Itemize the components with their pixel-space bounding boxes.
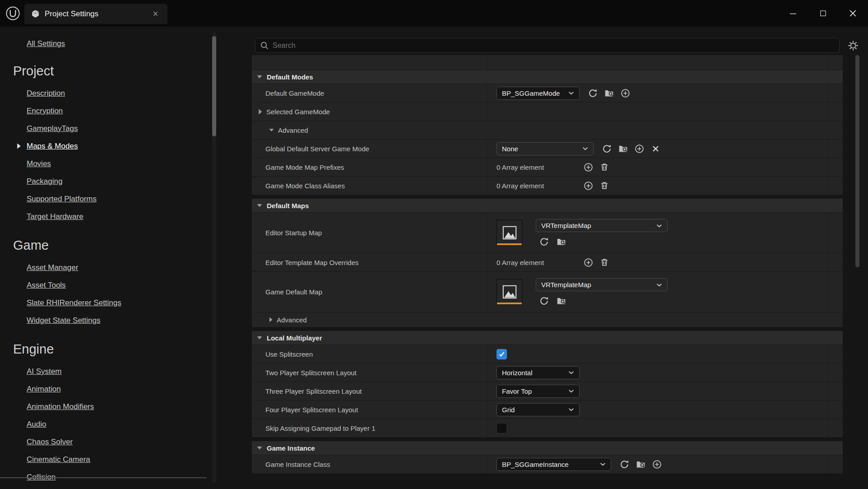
- value-cell: [487, 102, 828, 121]
- close-icon: [849, 9, 857, 17]
- window-controls: [780, 0, 865, 27]
- settings-rows: Default Modes Default GameMode BP_SGGame…: [252, 55, 843, 474]
- reset-cell: [828, 102, 843, 121]
- category-header-default-maps[interactable]: Default Maps: [252, 199, 843, 213]
- close-button[interactable]: [840, 0, 865, 27]
- trash-icon[interactable]: [599, 257, 609, 267]
- browse-to-asset-icon[interactable]: [556, 237, 566, 247]
- editor-startup-map-combobox[interactable]: VRTemplateMap: [536, 219, 668, 232]
- chevron-down-icon: [582, 147, 588, 150]
- main-scrollbar-thumb[interactable]: [855, 55, 859, 267]
- asset-picker: VRTemplateMap: [536, 278, 669, 306]
- category-header-local-multiplayer[interactable]: Local Multiplayer: [252, 331, 843, 345]
- settings-gear-icon[interactable]: [847, 39, 859, 51]
- reset-cell: [828, 140, 843, 158]
- asset-icon-row: [536, 296, 669, 306]
- label-cell: Selected GameMode: [252, 102, 487, 121]
- sidebar-item-movies[interactable]: Movies: [27, 155, 51, 172]
- map-asset-color-bar: [497, 243, 522, 245]
- category-header-default-modes[interactable]: Default Modes: [252, 70, 843, 84]
- sidebar-item-description[interactable]: Description: [27, 84, 65, 102]
- search-bar[interactable]: [255, 38, 840, 53]
- search-input[interactable]: [273, 42, 835, 50]
- sidebar-item-audio[interactable]: Audio: [27, 415, 46, 433]
- sidebar-scrollbar-thumb[interactable]: [212, 36, 216, 136]
- property-label: Four Player Splitscreen Layout: [265, 406, 358, 414]
- combobox-value: VRTemplateMap: [541, 281, 653, 289]
- use-selected-asset-icon[interactable]: [619, 459, 629, 469]
- expander-right-icon[interactable]: [258, 109, 262, 115]
- use-selected-asset-icon[interactable]: [539, 237, 549, 247]
- category-header-game-instance[interactable]: Game Instance: [252, 441, 843, 455]
- combobox-value: None: [502, 145, 579, 153]
- sidebar-item-ai-system[interactable]: AI System: [27, 363, 61, 380]
- sidebar-item-supported-platforms[interactable]: Supported Platforms: [27, 190, 97, 208]
- add-element-icon[interactable]: [620, 88, 630, 98]
- use-selected-asset-icon[interactable]: [602, 144, 612, 154]
- sidebar-item-target-hardware[interactable]: Target Hardware: [27, 208, 84, 225]
- default-gamemode-combobox[interactable]: BP_SGGameMode: [497, 87, 580, 100]
- value-cell: 0 Array element: [487, 158, 828, 176]
- map-asset-color-bar: [497, 303, 522, 304]
- sidebar-item-gameplaytags[interactable]: GameplayTags: [27, 120, 78, 137]
- game-default-map-thumbnail[interactable]: [497, 279, 522, 305]
- sidebar-item-animation[interactable]: Animation: [27, 380, 61, 398]
- skip-assigning-gamepad-checkbox[interactable]: [497, 423, 507, 433]
- value-cell: 0 Array element: [487, 177, 828, 195]
- add-element-icon[interactable]: [583, 257, 593, 267]
- sidebar-item-slate-rhirenderer-settings[interactable]: Slate RHIRenderer Settings: [27, 294, 121, 312]
- four-player-splitscreen-layout-combobox[interactable]: Grid: [497, 403, 580, 416]
- browse-to-asset-icon[interactable]: [556, 296, 566, 306]
- use-selected-asset-icon[interactable]: [539, 296, 549, 306]
- value-cell: [487, 345, 828, 363]
- editor-startup-map-thumbnail[interactable]: [497, 220, 522, 246]
- search-icon: [260, 41, 269, 50]
- add-element-icon[interactable]: [583, 181, 593, 191]
- search-row: [255, 38, 864, 53]
- tab-close-button[interactable]: [150, 9, 161, 19]
- sidebar-item-all-settings[interactable]: All Settings: [27, 39, 65, 50]
- sidebar-item-asset-tools[interactable]: Asset Tools: [27, 276, 66, 294]
- sidebar-item-maps-and-modes[interactable]: Maps & Modes: [27, 137, 78, 155]
- row-game-default-map: Game Default Map VRTemplateMap: [252, 272, 843, 312]
- use-selected-asset-icon[interactable]: [588, 88, 598, 98]
- add-element-icon[interactable]: [583, 162, 593, 172]
- chevron-down-icon: [568, 389, 574, 393]
- project-settings-tab[interactable]: Project Settings: [24, 4, 167, 24]
- chevron-down-icon: [568, 91, 574, 95]
- browse-to-asset-icon[interactable]: [636, 459, 645, 469]
- array-count-text: 0 Array element: [497, 182, 577, 190]
- close-icon: [153, 11, 158, 17]
- trash-icon[interactable]: [599, 181, 609, 191]
- browse-to-asset-icon[interactable]: [618, 144, 628, 154]
- add-element-icon[interactable]: [634, 144, 644, 154]
- game-instance-class-combobox[interactable]: BP_SGGameInstance: [497, 458, 611, 471]
- row-advanced-default-maps[interactable]: Advanced: [252, 312, 843, 327]
- array-count-text: 0 Array element: [497, 163, 577, 171]
- add-element-icon[interactable]: [652, 459, 662, 469]
- minimize-button[interactable]: [780, 0, 806, 27]
- reset-cell: [828, 177, 843, 195]
- value-cell: BP_SGGameMode: [487, 84, 828, 102]
- trash-icon[interactable]: [599, 162, 609, 172]
- two-player-splitscreen-layout-combobox[interactable]: Horizontal: [497, 366, 580, 379]
- sidebar-item-cinematic-camera[interactable]: Cinematic Camera: [27, 451, 90, 468]
- global-default-server-game-mode-combobox[interactable]: None: [497, 142, 594, 155]
- sidebar-item-asset-manager[interactable]: Asset Manager: [27, 259, 78, 276]
- three-player-splitscreen-layout-combobox[interactable]: Favor Top: [497, 385, 580, 398]
- property-label: Editor Startup Map: [265, 229, 322, 237]
- selected-item-arrow-icon: [17, 143, 21, 149]
- row-advanced-default-modes[interactable]: Advanced: [252, 121, 843, 140]
- browse-to-asset-icon[interactable]: [604, 88, 614, 98]
- clear-icon[interactable]: [650, 144, 660, 154]
- use-splitscreen-checkbox[interactable]: [497, 349, 507, 359]
- game-default-map-combobox[interactable]: VRTemplateMap: [536, 278, 668, 291]
- sidebar-item-encryption[interactable]: Encryption: [27, 102, 63, 120]
- sidebar-item-widget-state-settings[interactable]: Widget State Settings: [27, 312, 100, 329]
- maximize-button[interactable]: [810, 0, 836, 27]
- sidebar-item-animation-modifiers[interactable]: Animation Modifiers: [27, 398, 94, 415]
- value-cell: VRTemplateMap: [487, 272, 828, 312]
- window-titlebar: Project Settings: [0, 0, 868, 27]
- sidebar-item-chaos-solver[interactable]: Chaos Solver: [27, 433, 73, 451]
- sidebar-item-packaging[interactable]: Packaging: [27, 172, 62, 190]
